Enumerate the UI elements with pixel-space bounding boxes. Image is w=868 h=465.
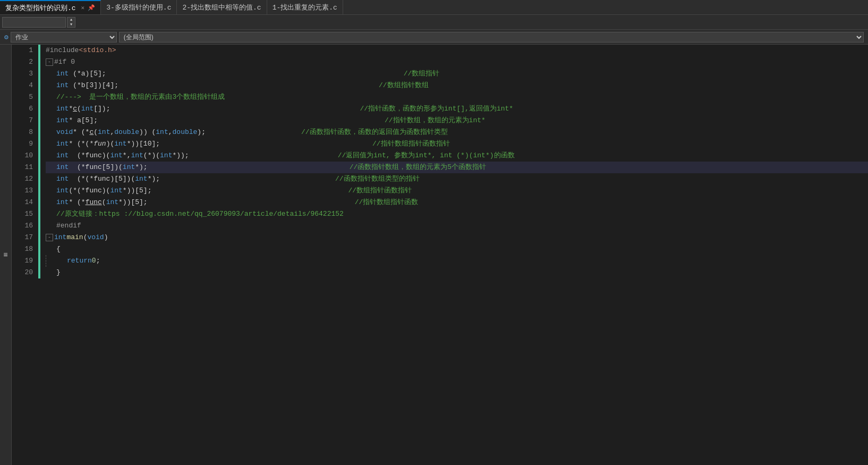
tab-pin-icon[interactable]: 📌: [88, 4, 95, 11]
tab-multilevel-pointer[interactable]: 3-多级指针的使用.c: [101, 0, 177, 14]
code-line-7: int * a[5]; //指针数组，数组的元素为int*: [46, 115, 868, 126]
fold-icon-2[interactable]: -: [46, 58, 53, 66]
fold-icon-17[interactable]: -: [46, 234, 53, 241]
change-indicator: [38, 45, 40, 278]
code-line-6: int * c ( int []); //指针函数，函数的形参为int[],返回…: [46, 103, 868, 115]
code-line-20: }: [46, 267, 868, 278]
tab-label: 2-找出数组中相等的值.c: [182, 3, 261, 12]
tab-find-equal[interactable]: 2-找出数组中相等的值.c: [177, 0, 267, 14]
toolbar: ▲ ▼: [0, 15, 868, 30]
code-line-11: int (*func[5])( int *); //函数指针数组，数组的元素为5…: [46, 162, 868, 173]
arrow-down-icon[interactable]: ▼: [67, 22, 75, 27]
code-line-14: int * (* func ( int *))[5]; //指针数组指针函数: [46, 197, 868, 208]
code-line-17: - int main ( void ): [46, 232, 868, 243]
tab-complex-pointer[interactable]: 复杂类型指针的识别.c ✕ 📌: [0, 0, 101, 14]
sidebar-toggle[interactable]: ≡: [0, 45, 11, 465]
tab-label: 1-找出重复的元素.c: [273, 3, 337, 12]
code-line-1: #include <stdio.h>: [46, 45, 868, 56]
tab-find-duplicate[interactable]: 1-找出重复的元素.c: [267, 0, 343, 14]
toolbar-dropdown[interactable]: [2, 17, 66, 28]
code-line-18: {: [46, 243, 868, 255]
close-tab-icon[interactable]: ✕: [81, 4, 85, 11]
line-numbers: 1 2 3 4 5 6 7 8 9 10 11 12 13 14 15 16 1…: [12, 45, 38, 465]
code-line-19: return 0 ;: [46, 255, 868, 267]
tab-label: 复杂类型指针的识别.c: [5, 3, 76, 13]
code-line-4: int (*b[3])[4]; //数组指针数组: [46, 80, 868, 91]
tab-label: 3-多级指针的使用.c: [106, 3, 171, 12]
code-line-15: //原文链接：https ://blog.csdn.net/qq_2607909…: [46, 208, 868, 220]
code-line-2: - #if 0: [46, 56, 868, 68]
arrow-up-icon[interactable]: ▲: [67, 18, 75, 22]
code-line-5: //---> 是一个数组，数组的元素由3个数组指针组成: [46, 91, 868, 103]
tab-bar: 复杂类型指针的识别.c ✕ 📌 3-多级指针的使用.c 2-找出数组中相等的值.…: [0, 0, 868, 15]
range-dropdown[interactable]: (全局范围): [119, 32, 864, 43]
code-line-8: void * (* c ( int , double )) ( int , do…: [46, 126, 868, 138]
code-line-13: int (*(*func)( int *))[5]; //数组指针函数指针: [46, 185, 868, 197]
scope-dropdown[interactable]: 作业: [11, 32, 117, 43]
code-content[interactable]: #include <stdio.h> - #if 0 int (*a)[5]; …: [40, 45, 868, 465]
toolbar-arrows[interactable]: ▲ ▼: [67, 17, 75, 28]
code-line-12: int (*(*func)[5])( int *); //函数指针数组类型的指针: [46, 173, 868, 185]
code-line-16: #endif: [46, 220, 868, 232]
scope-icon: ⚙: [4, 33, 8, 41]
sidebar-icon: ≡: [3, 251, 7, 259]
code-line-3: int (*a)[5]; //数组指针: [46, 68, 868, 80]
change-indicator-bar: [38, 45, 40, 465]
nav-bar: ⚙ 作业 (全局范围): [0, 30, 868, 45]
code-line-10: int (*func)( int *, int (*)( int *)); //…: [46, 150, 868, 162]
code-area: ≡ 1 2 3 4 5 6 7 8 9 10 11 12 13 14 15 16…: [0, 45, 868, 465]
code-line-9: int * (*(* fun )( int *))[10]; //指针数组指针函…: [46, 138, 868, 150]
